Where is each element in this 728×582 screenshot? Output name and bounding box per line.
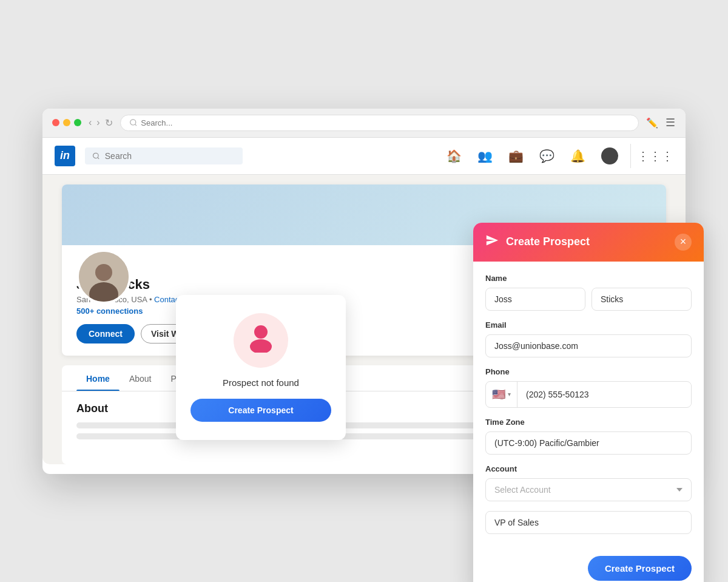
timezone-field-group: Time Zone xyxy=(485,418,692,455)
modal-title: Create Prospect xyxy=(506,235,667,248)
svg-point-8 xyxy=(250,339,272,353)
browser-nav: ‹ › ↻ xyxy=(89,117,113,129)
email-label: Email xyxy=(485,320,692,330)
nav-messaging[interactable]: 💬 xyxy=(533,146,561,166)
reload-button[interactable]: ↻ xyxy=(105,117,113,129)
close-dot[interactable] xyxy=(52,119,59,126)
account-select[interactable]: Select Account xyxy=(485,478,692,501)
create-prospect-modal: Create Prospect × Name Email xyxy=(473,223,704,583)
back-button[interactable]: ‹ xyxy=(89,117,92,128)
prospect-not-found-icon-bg xyxy=(234,313,288,368)
phone-label: Phone xyxy=(485,367,692,376)
forward-button[interactable]: › xyxy=(96,117,99,128)
create-prospect-main-button[interactable]: Create Prospect xyxy=(588,556,692,581)
svg-point-0 xyxy=(130,120,135,125)
modal-body: Name Email Phone 🇺🇸 xyxy=(473,262,704,556)
svg-point-2 xyxy=(93,153,99,158)
maximize-dot[interactable] xyxy=(74,119,81,126)
profile-avatar xyxy=(76,249,131,304)
svg-line-1 xyxy=(135,124,136,126)
linkedin-search[interactable] xyxy=(85,147,243,164)
email-field-group: Email xyxy=(485,320,692,357)
name-row xyxy=(485,288,692,311)
timezone-label: Time Zone xyxy=(485,418,692,427)
svg-point-5 xyxy=(95,264,112,281)
nav-jobs[interactable]: 💼 xyxy=(502,146,530,166)
last-name-input[interactable] xyxy=(592,288,692,311)
title-input[interactable] xyxy=(485,511,692,534)
nav-apps-grid[interactable]: ⋮⋮⋮ xyxy=(637,149,673,163)
browser-traffic-lights xyxy=(52,119,81,126)
minimize-dot[interactable] xyxy=(63,119,70,126)
nav-home[interactable]: 🏠 xyxy=(440,146,468,166)
svg-point-7 xyxy=(254,325,268,339)
browser-window: ‹ › ↻ ✏️ ☰ in 🏠 xyxy=(42,109,686,474)
connect-button[interactable]: Connect xyxy=(76,324,135,343)
send-icon xyxy=(485,234,499,250)
tab-home[interactable]: Home xyxy=(76,365,120,391)
name-field-group: Name xyxy=(485,274,692,311)
prospect-not-found-popup: Prospect not found Create Prospect xyxy=(176,295,346,440)
account-field-group: Account Select Account xyxy=(485,464,692,501)
timezone-input[interactable] xyxy=(485,431,692,455)
dropdown-arrow-icon: ▾ xyxy=(508,391,511,398)
phone-number-input[interactable] xyxy=(517,384,691,405)
person-icon xyxy=(245,321,277,359)
avatar-image xyxy=(79,252,129,302)
modal-footer: Create Prospect xyxy=(473,556,704,583)
email-input[interactable] xyxy=(485,334,692,357)
create-prospect-small-button[interactable]: Create Prospect xyxy=(190,399,331,422)
linkedin-search-input[interactable] xyxy=(105,151,235,161)
search-icon xyxy=(92,152,100,160)
phone-flag-dropdown[interactable]: 🇺🇸 ▾ xyxy=(486,382,517,407)
first-name-input[interactable] xyxy=(485,288,585,311)
nav-notifications[interactable]: 🔔 xyxy=(564,146,592,166)
phone-input-wrapper: 🇺🇸 ▾ xyxy=(485,381,692,408)
title-field-group xyxy=(485,511,692,534)
phone-field-group: Phone 🇺🇸 ▾ xyxy=(485,367,692,408)
browser-toolbar: ‹ › ↻ ✏️ ☰ xyxy=(42,109,686,138)
edit-icon[interactable]: ✏️ xyxy=(646,117,658,129)
prospect-not-found-text: Prospect not found xyxy=(190,377,331,388)
account-label: Account xyxy=(485,464,692,473)
modal-header: Create Prospect × xyxy=(473,223,704,262)
linkedin-navbar: in 🏠 👥 💼 💬 xyxy=(42,138,686,175)
nav-icons: 🏠 👥 💼 💬 🔔 ⋮⋮⋮ xyxy=(440,144,673,168)
tab-about[interactable]: About xyxy=(120,365,161,391)
nav-divider xyxy=(630,144,631,168)
name-label: Name xyxy=(485,274,692,283)
flag-emoji: 🇺🇸 xyxy=(492,388,505,401)
modal-close-button[interactable]: × xyxy=(675,234,692,251)
nav-profile-avatar[interactable] xyxy=(595,145,624,167)
linkedin-logo: in xyxy=(55,146,75,166)
menu-icon[interactable]: ☰ xyxy=(666,116,676,129)
browser-content: in 🏠 👥 💼 💬 xyxy=(42,138,686,464)
search-icon xyxy=(129,118,138,127)
address-input[interactable] xyxy=(141,118,630,127)
nav-network[interactable]: 👥 xyxy=(471,146,499,166)
address-bar[interactable] xyxy=(120,115,639,131)
svg-line-3 xyxy=(98,157,99,158)
